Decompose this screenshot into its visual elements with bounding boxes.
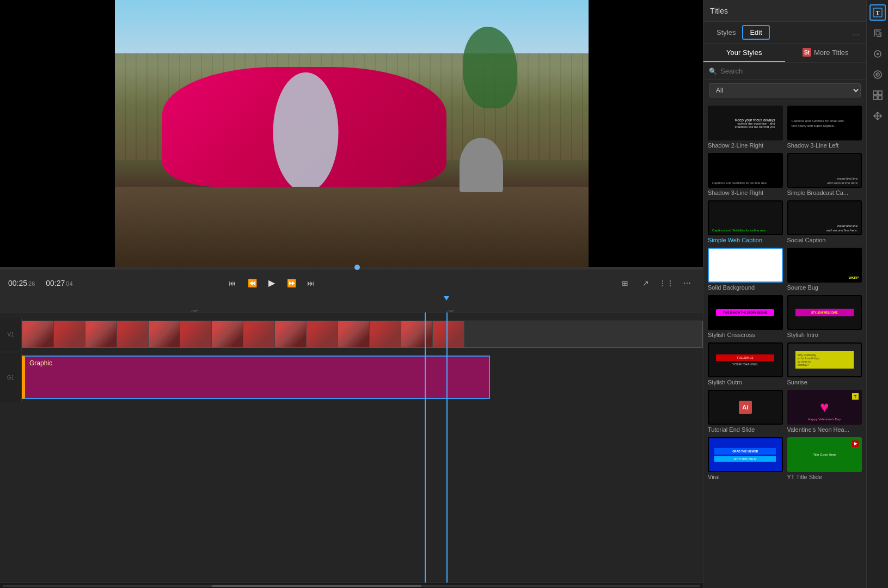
tab-styles[interactable]: Styles: [710, 26, 742, 39]
title-label-sunrise: Sunrise: [787, 379, 862, 385]
title-item-simplewebcaption[interactable]: Captions and Subtitles for online use Si…: [708, 200, 783, 243]
adobe-logo: Ai: [739, 401, 752, 414]
thumb-1: [22, 321, 54, 347]
title-label-solidbackground: Solid Background: [708, 284, 783, 291]
title-item-stylishoutro[interactable]: FOLLOW US YOUR CHANNEL Stylish Outro: [708, 342, 783, 385]
panel-title: Titles: [710, 7, 728, 15]
svg-point-8: [877, 53, 879, 55]
audio-toolbar-icon[interactable]: [869, 66, 886, 83]
title-item-shadow3lineleft[interactable]: Captions and Subtitles for small and tex…: [787, 106, 862, 149]
title-item-sourcebug[interactable]: WKRP Source Bug: [787, 248, 862, 291]
search-input[interactable]: [720, 67, 861, 75]
graphic-block[interactable]: Graphic: [22, 356, 490, 399]
svg-rect-14: [873, 96, 877, 100]
video-track-content[interactable]: [22, 318, 703, 351]
total-frames: 04: [66, 280, 72, 287]
scrollbar-thumb[interactable]: [212, 585, 421, 587]
settings-button[interactable]: ⋮⋮: [659, 275, 674, 291]
title-label-tutorialend: Tutorial End Slide: [708, 426, 783, 433]
video-track-strip[interactable]: [22, 321, 703, 348]
more-titles-icon: St: [803, 48, 811, 57]
controls-right: ⊞ ↗ ⋮⋮ ⋯: [617, 275, 695, 291]
stylishoutro-bar: FOLLOW US: [716, 354, 774, 361]
timeline-tracks: V1: [0, 313, 703, 583]
graphic-track-row: G1 Graphic: [0, 353, 703, 402]
step-back-button[interactable]: ⏪: [244, 275, 260, 291]
title-thumb-stylishcrisscross[interactable]: THIS IS HOW THE STORY BEGINS: [708, 295, 783, 330]
step-forward-button[interactable]: ⏩: [284, 275, 299, 291]
title-thumb-simplewebcaption[interactable]: Captions and Subtitles for online use: [708, 200, 783, 235]
svg-text:T: T: [875, 10, 879, 16]
title-item-tutorialend[interactable]: Ai Tutorial End Slide: [708, 390, 783, 433]
title-thumb-tutorialend[interactable]: Ai: [708, 390, 783, 425]
title-item-solidbackground[interactable]: Solid Background: [708, 248, 783, 291]
title-thumb-simplebroadcast[interactable]: insert first line and second line here: [787, 153, 862, 188]
right-toolbar: T: [866, 0, 888, 588]
title-thumb-viral[interactable]: GRAB THE VIEWER WITH THIS TITLE!: [708, 437, 783, 472]
progress-dot[interactable]: [354, 265, 360, 270]
title-thumb-valentines[interactable]: T ♥ Happy Valentine's Day: [787, 390, 862, 425]
thumb-8: [243, 321, 275, 347]
sub-tab-more-titles[interactable]: St More Titles: [785, 44, 867, 62]
title-thumb-stylishintro[interactable]: STYLISH WELCOME: [787, 295, 862, 330]
sunrise-content: Why is Mondayso far from Friday,so close…: [795, 351, 854, 369]
filter-select[interactable]: All Lower Thirds Titles Captions: [709, 83, 861, 97]
title-thumb-yttitle[interactable]: ▶ Title Goes Here: [787, 437, 862, 472]
title-item-shadow3lineright[interactable]: Captions and Subtitles for on-line use S…: [708, 153, 783, 196]
skip-to-end-button[interactable]: ⏭: [303, 275, 319, 291]
svg-point-11: [877, 74, 878, 75]
title-thumb-socialcaption[interactable]: insert first line and second line here.: [787, 200, 862, 235]
more-button[interactable]: ⋯: [679, 275, 695, 291]
title-item-valentines[interactable]: T ♥ Happy Valentine's Day Valentine's Ne…: [787, 390, 862, 433]
panel-more-options[interactable]: ...: [853, 28, 860, 38]
playhead-arrow[interactable]: [444, 296, 449, 301]
scrollbar-track[interactable]: [3, 585, 700, 587]
title-item-viral[interactable]: GRAB THE VIEWER WITH THIS TITLE! Viral: [708, 437, 783, 480]
title-thumb-shadow2lineright[interactable]: Keep your focus always toward the sunshi…: [708, 106, 783, 140]
ta-badge: T: [852, 393, 859, 400]
timeline-scrollbar[interactable]: [0, 583, 703, 588]
title-thumb-stylishoutro[interactable]: FOLLOW US YOUR CHANNEL: [708, 342, 783, 377]
transform-icon-svg: [873, 111, 883, 121]
title-label-yttitle: YT Title Slide: [787, 474, 862, 480]
split-toolbar-icon[interactable]: [869, 87, 886, 103]
title-thumb-sourcebug[interactable]: WKRP: [787, 248, 862, 283]
svg-rect-6: [876, 32, 879, 35]
title-item-yttitle[interactable]: ▶ Title Goes Here YT Title Slide: [787, 437, 862, 480]
video-track-label: V1: [0, 318, 22, 351]
title-thumb-sunrise[interactable]: Why is Mondayso far from Friday,so close…: [787, 342, 862, 377]
viral-grab: GRAB THE VIEWER: [714, 448, 776, 455]
graphic-track-content[interactable]: Graphic: [22, 353, 703, 402]
titles-toolbar-icon[interactable]: T: [869, 4, 886, 21]
title-item-stylishcrisscross[interactable]: THIS IS HOW THE STORY BEGINS Stylish Cri…: [708, 295, 783, 338]
title-label-shadow3lineleft: Shadow 3-Line Left: [787, 142, 862, 149]
title-item-simplebroadcast[interactable]: insert first line and second line here S…: [787, 153, 862, 196]
title-item-sunrise[interactable]: Why is Mondayso far from Friday,so close…: [787, 342, 862, 385]
title-thumb-solidbackground[interactable]: [708, 248, 783, 283]
title-label-simplewebcaption: Simple Web Caption: [708, 237, 783, 243]
thumb-12: [370, 321, 401, 347]
title-label-socialcaption: Social Caption: [787, 237, 862, 243]
sub-tab-your-styles[interactable]: Your Styles: [703, 44, 785, 62]
tab-edit[interactable]: Edit: [742, 25, 769, 40]
thumb-3: [85, 321, 117, 347]
title-thumb-shadow3lineleft[interactable]: Captions and Subtitles for small and tex…: [787, 106, 862, 140]
title-item-stylishintro[interactable]: STYLISH WELCOME Stylish Intro: [787, 295, 862, 338]
video-preview: [0, 0, 703, 267]
play-button[interactable]: ▶: [264, 275, 279, 291]
crop-toolbar-icon[interactable]: [869, 25, 886, 41]
progress-bar[interactable]: [0, 267, 703, 269]
export-button[interactable]: ↗: [638, 275, 653, 291]
transform-toolbar-icon[interactable]: [869, 108, 886, 124]
timeline-ruler: :25 :26: [0, 296, 703, 313]
skip-to-start-button[interactable]: ⏮: [225, 275, 240, 291]
filter-row: All Lower Thirds Titles Captions: [703, 80, 866, 101]
svg-rect-13: [878, 91, 882, 95]
effects-toolbar-icon[interactable]: [869, 46, 886, 62]
title-label-stylishcrisscross: Stylish Crisscross: [708, 332, 783, 338]
title-thumb-shadow3lineright[interactable]: Captions and Subtitles for on-line use: [708, 153, 783, 188]
video-track-row: V1: [0, 318, 703, 351]
title-item-socialcaption[interactable]: insert first line and second line here. …: [787, 200, 862, 243]
fit-to-window-button[interactable]: ⊞: [617, 275, 633, 291]
title-item-shadow2lineright[interactable]: Keep your focus always toward the sunshi…: [708, 106, 783, 149]
